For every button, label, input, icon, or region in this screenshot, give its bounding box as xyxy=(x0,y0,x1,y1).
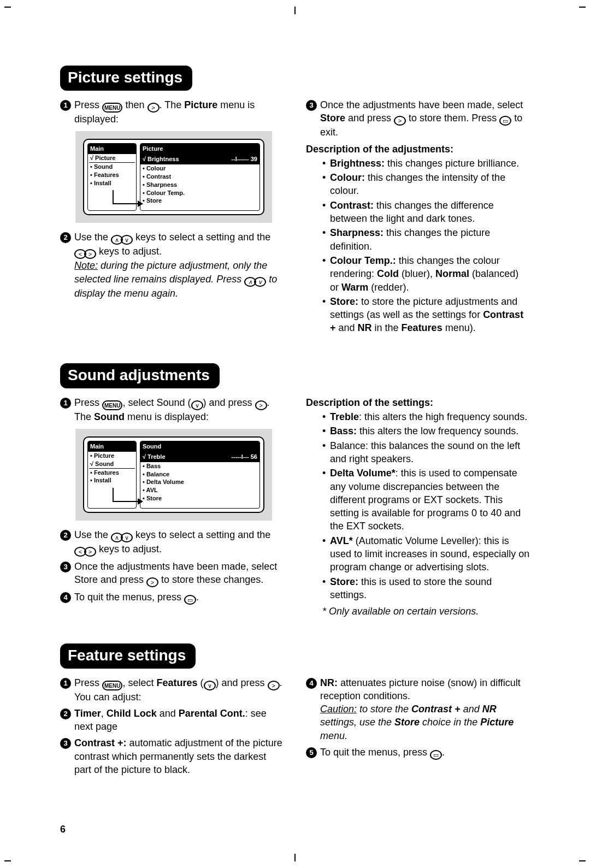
right-key-icon: > xyxy=(268,681,280,690)
tv-right-items: • Bass • Balance • Delta Volume • AVL • … xyxy=(140,462,259,504)
feature-col-left: 1 Press MENU, select Features (∨) and pr… xyxy=(60,676,284,780)
feature-step-4: 4 NR: attenuates picture noise (snow) in… xyxy=(306,676,530,742)
down-key-icon: ∨ xyxy=(254,277,266,287)
text: keys to select a setting and the xyxy=(133,232,270,243)
list-item: •Store: to store the picture adjustments… xyxy=(322,295,530,335)
text: to store the xyxy=(357,704,411,715)
text: Press xyxy=(74,677,102,688)
down-key-icon: ∨ xyxy=(191,400,203,410)
picture-note: Note: during the picture adjustment, onl… xyxy=(74,259,284,300)
text-bold: Parental Cont. xyxy=(179,708,245,719)
heading-picture-settings: Picture settings xyxy=(60,66,192,91)
list-item: •Colour Temp.: this changes the colour r… xyxy=(322,254,530,294)
sound-step-1: 1 Press MENU, select Sound (∨) and press… xyxy=(60,396,284,423)
picture-step-1: 1 Press MENU then >. The Picture menu is… xyxy=(60,98,284,126)
text: menu is displayed: xyxy=(125,411,209,422)
text: . The xyxy=(160,99,185,110)
note-label: Note: xyxy=(74,260,98,271)
text-bold: Features xyxy=(157,677,198,688)
text: attenuates picture noise (snow) in diffi… xyxy=(320,677,521,701)
text: , select xyxy=(122,677,156,688)
list-item: •Contrast: this changes the difference b… xyxy=(322,199,530,226)
tv-right-selected-row: √ Brightness --I------ 39 xyxy=(140,154,259,164)
menu-button-icon: MENU xyxy=(102,103,122,113)
sound-desc-list: •Treble: this alters the high frequency … xyxy=(322,410,530,601)
picture-desc-heading: Description of the adjustments: xyxy=(306,143,530,156)
sound-columns: 1 Press MENU, select Sound (∨) and press… xyxy=(60,396,530,618)
text: and press xyxy=(345,113,394,123)
list-item: •Sharpness: this changes the picture def… xyxy=(322,226,530,253)
feature-step-5: 5 To quit the menus, press ▭. xyxy=(306,746,530,760)
tv-left-item: • Install xyxy=(90,180,111,186)
step-number-icon: 3 xyxy=(306,100,317,111)
page-number: 6 xyxy=(60,824,66,835)
sound-step-2: 2 Use the ∧∨ keys to select a setting an… xyxy=(60,528,284,557)
tv-left-panel: Main √ Picture • Sound • Features • Inst… xyxy=(87,143,137,211)
sound-step-4: 4 To quit the menus, press ▭. xyxy=(60,591,284,605)
text-bold: NR: xyxy=(320,677,338,688)
feature-columns: 1 Press MENU, select Features (∨) and pr… xyxy=(60,676,530,780)
step-number-icon: 3 xyxy=(60,562,71,572)
step-number-icon: 2 xyxy=(60,708,71,719)
feature-caution: Caution: to store the Contrast + and NR … xyxy=(320,702,530,742)
sound-col-right: Description of the settings: •Treble: th… xyxy=(306,396,530,618)
right-key-icon: > xyxy=(84,249,96,259)
text: . xyxy=(442,747,445,758)
step-number-icon: 2 xyxy=(60,530,71,541)
text-bold: Contrast +: xyxy=(74,737,127,748)
text: keys to adjust. xyxy=(96,246,162,257)
text: to store these changes. xyxy=(158,574,263,585)
tv-left-items: √ Picture • Sound • Features • Install xyxy=(88,154,136,188)
text: Use the xyxy=(74,529,111,540)
tv-screen-sound: Main • Picture √ Sound • Features • Inst… xyxy=(75,429,272,521)
text: ( xyxy=(198,677,204,688)
tv-left-panel: Main • Picture √ Sound • Features • Inst… xyxy=(87,441,137,509)
step-number-icon: 4 xyxy=(306,678,317,689)
step-number-icon: 1 xyxy=(60,100,71,111)
down-key-icon: ∨ xyxy=(121,533,133,542)
tv-screen-picture: Main √ Picture • Sound • Features • Inst… xyxy=(75,131,272,223)
step-number-icon: 5 xyxy=(306,747,317,758)
text: during the picture adjustment, only the … xyxy=(74,260,267,284)
exit-key-icon: ▭ xyxy=(184,595,196,605)
right-key-icon: > xyxy=(255,400,267,410)
picture-col-left: 1 Press MENU then >. The Picture menu is… xyxy=(60,98,284,338)
tv-right-items: • Colour • Contrast • Sharpness • Colour… xyxy=(140,164,259,206)
feature-step-2: 2 Timer, Child Lock and Parental Cont.: … xyxy=(60,707,284,734)
heading-feature-settings: Feature settings xyxy=(60,643,196,669)
picture-step-2: 2 Use the ∧∨ keys to select a setting an… xyxy=(60,231,284,300)
text-bold: Store xyxy=(320,113,345,123)
sound-step-3: 3 Once the adjustments have been made, s… xyxy=(60,560,284,587)
tv-left-item: √ Picture xyxy=(90,155,115,161)
text: Once the adjustments have been made, sel… xyxy=(320,99,523,110)
manual-page: Picture settings 1 Press MENU then >. Th… xyxy=(0,0,590,868)
feature-step-1: 1 Press MENU, select Features (∨) and pr… xyxy=(60,676,284,704)
text: Press xyxy=(74,397,102,408)
step-number-icon: 2 xyxy=(60,232,71,243)
heading-sound-adjustments: Sound adjustments xyxy=(60,363,220,388)
right-key-icon: > xyxy=(146,577,158,587)
list-item: •Bass: this alters the low frequency sou… xyxy=(322,424,530,438)
right-key-icon: > xyxy=(84,547,96,557)
text: To quit the menus, press xyxy=(320,747,430,758)
text-bold: Child Lock xyxy=(107,708,157,719)
tv-left-title: Main xyxy=(88,441,136,452)
down-key-icon: ∨ xyxy=(121,235,133,245)
text: , xyxy=(101,708,107,719)
tv-right-panel: Sound √ Treble -----I--- 56 • Bass • Bal… xyxy=(140,441,260,509)
text: keys to select a setting and the xyxy=(133,529,270,540)
text: To quit the menus, press xyxy=(74,592,184,603)
text: ) and press xyxy=(216,677,268,688)
sound-footnote: * Only available on certain versions. xyxy=(322,605,530,618)
tv-right-title: Sound xyxy=(140,441,259,452)
sound-desc-heading: Description of the settings: xyxy=(306,396,530,409)
text: keys to adjust. xyxy=(96,544,162,554)
tv-left-title: Main xyxy=(88,144,136,154)
exit-key-icon: ▭ xyxy=(430,750,442,760)
list-item: •Colour: this changes the intensity of t… xyxy=(322,171,530,198)
step-number-icon: 1 xyxy=(60,398,71,409)
tv-right-title: Picture xyxy=(140,144,259,154)
tv-left-item: • Features xyxy=(90,172,119,178)
text: Use the xyxy=(74,232,111,243)
right-key-icon: > xyxy=(394,116,406,126)
